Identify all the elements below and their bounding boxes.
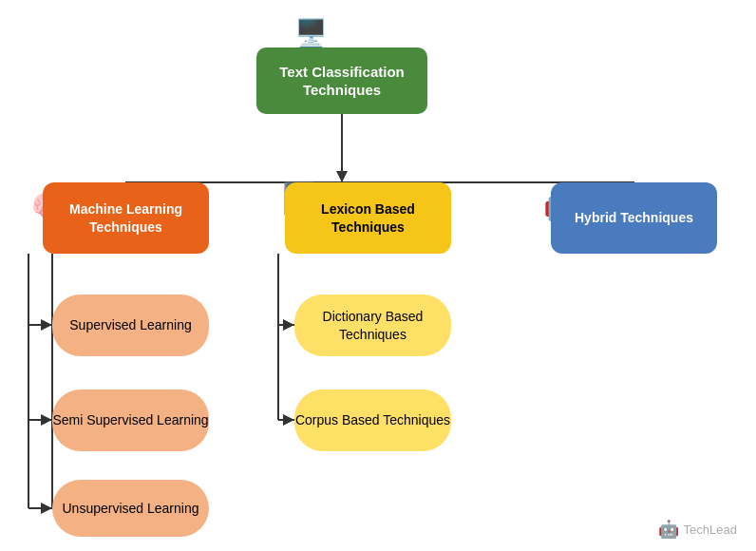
dictionary-node: Dictionary Based Techniques bbox=[294, 294, 451, 356]
corpus-label: Corpus Based Techniques bbox=[295, 411, 450, 428]
unsupervised-node: Unsupervised Learning bbox=[52, 480, 209, 537]
supervised-node: Supervised Learning bbox=[52, 294, 209, 356]
dictionary-label: Dictionary Based Techniques bbox=[294, 308, 451, 342]
lexicon-node: Lexicon Based Techniques bbox=[285, 182, 451, 254]
unsupervised-label: Unsupervised Learning bbox=[63, 500, 199, 517]
watermark-icon: 🤖 bbox=[658, 519, 679, 540]
root-label: Text Classification Techniques bbox=[256, 63, 427, 100]
watermark: 🤖 TechLead bbox=[658, 519, 737, 540]
root-node: Text Classification Techniques bbox=[256, 48, 427, 114]
lexicon-label: Lexicon Based Techniques bbox=[285, 200, 451, 235]
computer-icon: 🖥️ bbox=[294, 17, 328, 48]
corpus-node: Corpus Based Techniques bbox=[294, 390, 451, 451]
ml-label: Machine Learning Techniques bbox=[43, 200, 209, 235]
supervised-label: Supervised Learning bbox=[69, 316, 191, 333]
semi-label: Semi Supervised Learning bbox=[52, 411, 208, 428]
watermark-text: TechLead bbox=[684, 522, 737, 537]
semi-node: Semi Supervised Learning bbox=[52, 390, 209, 451]
diagram-container: 🖥️ Text Classification Techniques 🧠 Mach… bbox=[0, 0, 756, 551]
hybrid-label: Hybrid Techniques bbox=[575, 209, 693, 226]
ml-node: Machine Learning Techniques bbox=[43, 182, 209, 254]
hybrid-node: Hybrid Techniques bbox=[551, 182, 717, 254]
